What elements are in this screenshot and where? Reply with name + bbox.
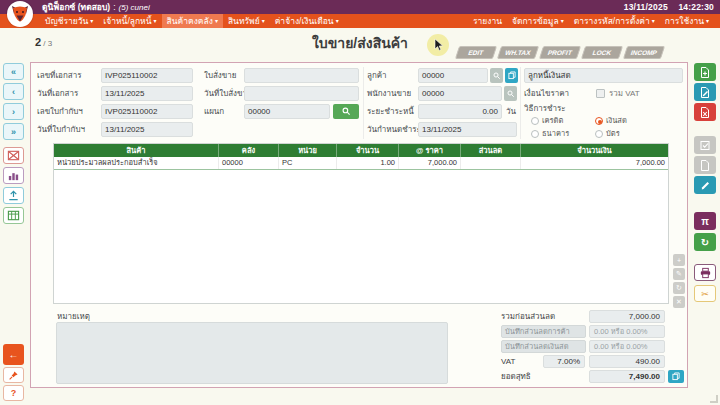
- menu-inventory[interactable]: สินค้าคงคลัง▾: [162, 14, 223, 28]
- credit-term-label: ระยะชำระหนี้: [367, 104, 414, 119]
- resize-handle[interactable]: [710, 395, 718, 403]
- totals-button[interactable]: π: [694, 212, 716, 230]
- caret-down-icon: ▾: [706, 18, 709, 24]
- bar-chart-icon: [7, 169, 20, 182]
- lock-button[interactable]: LOCK: [581, 46, 623, 59]
- payment-option-bank[interactable]: ธนาคาร: [531, 129, 569, 139]
- caret-down-icon: ▾: [215, 18, 218, 24]
- mouse-cursor: [427, 34, 449, 56]
- edit-document-button[interactable]: [694, 83, 716, 101]
- recalculate-button[interactable]: ↻: [694, 233, 716, 251]
- chevron-left-icon: ‹: [12, 87, 15, 97]
- customer-search-button[interactable]: [490, 68, 503, 83]
- trade-discount-button[interactable]: บันทึกส่วนลดการค้า: [501, 325, 586, 338]
- tax-no-field[interactable]: IVP025110002: [101, 104, 193, 119]
- incomp-button[interactable]: INCOMP: [623, 46, 665, 59]
- salesman-search-button[interactable]: [504, 86, 517, 101]
- doc-date-field[interactable]: 13/11/2025: [101, 86, 193, 101]
- sale-order-date-field[interactable]: [244, 86, 359, 101]
- back-arrow-icon: ←: [9, 349, 19, 360]
- menu-reports[interactable]: รายงาน: [468, 14, 507, 28]
- titlebar: ดูนิฟ็อกซ์ (ทดสอบ) : (5) cunei 13/11/202…: [0, 0, 720, 14]
- net-total-label: ยอดสุทธิ: [501, 370, 531, 383]
- tax-date-label: วันที่ใบกำกับฯ: [37, 122, 85, 137]
- print-button[interactable]: [694, 264, 716, 281]
- vat-rate-field[interactable]: 7.00%: [543, 355, 585, 368]
- table-row[interactable]: หน่วยประมวลผลประกอบสำเร็จ 00000 PC 1.00 …: [54, 157, 668, 170]
- menu-daily-accounting[interactable]: บัญชีรายวัน▾: [40, 14, 98, 28]
- credit-term-unit: วัน: [506, 104, 516, 119]
- app-window: ดูนิฟ็อกซ์ (ทดสอบ) : (5) cunei 13/11/202…: [0, 0, 720, 405]
- help-button[interactable]: ?: [3, 385, 24, 401]
- first-record-button[interactable]: «: [3, 63, 24, 80]
- payment-option-card[interactable]: บัตร: [595, 129, 620, 139]
- doc-no-label: เลขที่เอกสาร: [37, 68, 81, 83]
- cut-button[interactable]: ✂: [694, 285, 716, 302]
- next-record-button[interactable]: ›: [3, 103, 24, 120]
- subtotal-field: 7,000.00: [589, 310, 665, 323]
- export-button[interactable]: [3, 187, 24, 204]
- attach-button[interactable]: [694, 176, 716, 194]
- department-search-button[interactable]: [333, 104, 359, 119]
- vat-included-checkbox[interactable]: [596, 89, 605, 98]
- last-record-button[interactable]: »: [3, 123, 24, 140]
- salesman-field[interactable]: 00000: [418, 86, 502, 101]
- trade-discount-field[interactable]: 0.00 หรือ 0.00%: [589, 325, 665, 338]
- whtax-button[interactable]: WH.TAX: [497, 46, 539, 59]
- profit-button[interactable]: PROFIT: [539, 46, 581, 59]
- tax-no-label: เลขใบกำกับฯ: [37, 104, 83, 119]
- col-product: สินค้า: [54, 144, 219, 157]
- pin-button[interactable]: [3, 367, 24, 383]
- doc-no-field[interactable]: IVP025110002: [101, 68, 193, 83]
- prev-record-button[interactable]: ‹: [3, 83, 24, 100]
- chevron-right-icon: ›: [12, 107, 15, 117]
- due-date-field[interactable]: 13/11/2025: [418, 122, 517, 137]
- app-logo: [7, 1, 33, 27]
- grid-x-icon: [7, 149, 20, 162]
- vat-included-label: รวม VAT: [609, 86, 640, 101]
- void-report-button[interactable]: [3, 147, 24, 164]
- net-recalc-button[interactable]: [668, 370, 684, 383]
- check-box-icon: [699, 139, 711, 152]
- back-button[interactable]: ←: [3, 344, 24, 365]
- menu-payroll[interactable]: ค่าจ้าง/เงินเดือน▾: [270, 14, 344, 28]
- refresh-icon: ↻: [676, 284, 682, 292]
- cash-discount-button[interactable]: บันทึกส่วนลดเงินสด: [501, 340, 586, 353]
- copy-document-button-disabled: [694, 156, 716, 174]
- delete-row-button[interactable]: ✕: [673, 296, 685, 308]
- menu-assets[interactable]: สินทรัพย์▾: [223, 14, 270, 28]
- chart-button[interactable]: [3, 167, 24, 184]
- col-discount: ส่วนลด: [461, 144, 521, 157]
- customer-field[interactable]: 00000: [418, 68, 488, 83]
- col-unit: หน่วย: [279, 144, 337, 157]
- delete-document-button[interactable]: [694, 103, 716, 121]
- sale-order-field[interactable]: [244, 68, 359, 83]
- spreadsheet-button[interactable]: [3, 207, 24, 224]
- payment-option-cash[interactable]: เงินสด: [595, 116, 627, 126]
- payment-option-credit[interactable]: เครดิต: [531, 116, 563, 126]
- add-row-button[interactable]: +: [673, 254, 685, 266]
- pencil-icon: ✎: [676, 270, 682, 278]
- department-field[interactable]: 00000: [244, 104, 330, 119]
- edit-row-button[interactable]: ✎: [673, 268, 685, 280]
- due-date-label: วันกำหนดชำระ: [367, 122, 421, 137]
- tax-date-field[interactable]: 13/11/2025: [101, 122, 193, 137]
- scissors-icon: ✂: [701, 289, 709, 299]
- menu-codes-settings[interactable]: ตารางรหัส/การตั้งค่า▾: [569, 14, 660, 28]
- col-amount: จำนวนเงิน: [521, 144, 668, 157]
- menu-payables-receivables[interactable]: เจ้าหนี้/ลูกหนี้▾: [98, 14, 161, 28]
- credit-term-field[interactable]: 0.00: [418, 104, 502, 119]
- customer-sync-button[interactable]: [505, 68, 518, 83]
- edit-button[interactable]: EDIT: [455, 46, 497, 59]
- remark-textarea[interactable]: [56, 322, 448, 384]
- new-document-button[interactable]: [694, 63, 716, 81]
- items-table: สินค้า คลัง หน่วย จำนวน @ ราคา ส่วนลด จำ…: [53, 143, 669, 304]
- menu-data-management[interactable]: จัดการข้อมูล▾: [507, 14, 569, 28]
- menu-usage[interactable]: การใช้งาน▾: [660, 14, 714, 28]
- cash-discount-field[interactable]: 0.00 หรือ 0.00%: [589, 340, 665, 353]
- vat-label: VAT: [501, 355, 515, 368]
- copy-row-button[interactable]: ↻: [673, 282, 685, 294]
- caret-down-icon: ▾: [262, 18, 265, 24]
- caret-down-icon: ▾: [652, 18, 655, 24]
- radio-icon: [595, 130, 603, 138]
